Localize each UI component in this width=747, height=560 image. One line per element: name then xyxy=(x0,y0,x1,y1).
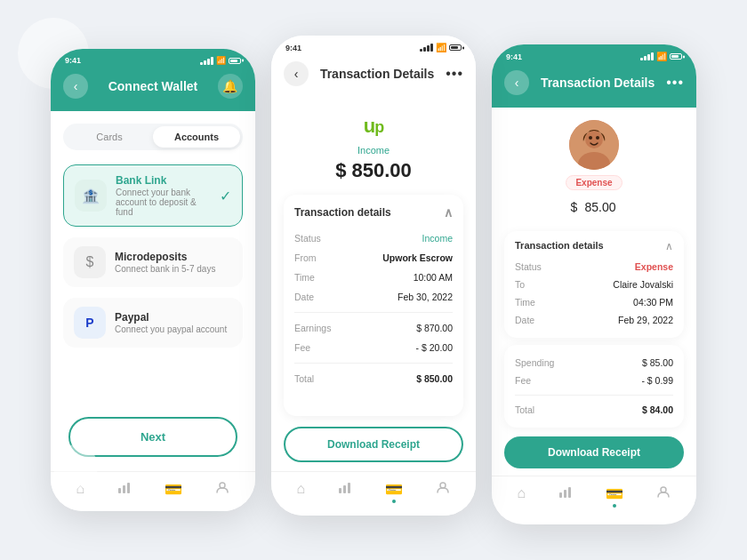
microdeposits-item[interactable]: $ Microdeposits Connect bank in 5-7 days xyxy=(63,237,243,287)
nav-home-3[interactable]: ⌂ xyxy=(518,485,526,508)
date-label: Date xyxy=(294,292,314,302)
battery-icon-2 xyxy=(449,44,462,51)
profile-icon-3 xyxy=(656,485,671,500)
status-row: Status Income xyxy=(294,228,453,248)
profile-icon-2 xyxy=(436,481,450,495)
nav-stats-3[interactable] xyxy=(558,485,573,508)
more-options-button-3[interactable]: ••• xyxy=(666,75,684,91)
wifi-icon-2: 📶 xyxy=(436,43,446,52)
status-bar-2: 9:41 📶 xyxy=(271,36,476,56)
paypal-text: Paypal Connect you paypal account xyxy=(115,311,232,334)
nav-stats-1[interactable] xyxy=(117,481,132,499)
nav-profile-3[interactable] xyxy=(656,485,671,508)
total-row: Total $ 850.00 xyxy=(294,369,453,388)
date-val-3: Feb 29, 2022 xyxy=(618,315,673,325)
wallet-icon-3: 💳 xyxy=(606,485,623,502)
total-lbl-3: Total xyxy=(515,404,534,415)
stats-icon-1 xyxy=(117,481,132,499)
expense-amount: $ 85.00 xyxy=(571,194,618,217)
back-button-2[interactable]: ‹ xyxy=(284,61,309,86)
phone-transaction-income: 9:41 📶 ‹ Transaction Details ••• up Inco… xyxy=(271,36,476,516)
back-button-1[interactable]: ‹ xyxy=(63,74,88,99)
to-val-3: Claire Jovalski xyxy=(613,279,673,290)
from-value: Upwork Escrow xyxy=(382,252,453,263)
nav-stats-2[interactable] xyxy=(338,481,352,503)
micro-text: Microdeposits Connect bank in 5-7 days xyxy=(115,251,232,274)
from-label: From xyxy=(294,252,317,263)
status-value: Income xyxy=(422,233,453,244)
header-title-2: Transaction Details xyxy=(320,67,434,81)
notification-button[interactable]: 🔔 xyxy=(218,74,243,99)
fee-row: Fee - $ 20.00 xyxy=(294,338,453,357)
bank-link-subtitle: Connect your bank account to deposit & f… xyxy=(116,188,211,217)
time-label: Time xyxy=(294,272,315,283)
time-1: 9:41 xyxy=(65,56,81,65)
spending-details-card: Spending $ 85.00 Fee - $ 0.99 Total $ 84… xyxy=(504,345,684,428)
income-label: Income xyxy=(357,145,390,156)
avatar-image xyxy=(569,120,619,170)
header-3: ‹ Transaction Details ••• xyxy=(492,65,696,108)
wallet-icon-2: 💳 xyxy=(385,481,403,498)
avatar xyxy=(569,120,619,170)
phone-connect-wallet: 9:41 📶 ‹ Connect Wallet 🔔 Cards Accounts… xyxy=(51,49,255,511)
upwork-logo: up xyxy=(364,115,383,138)
check-icon: ✓ xyxy=(220,188,231,204)
download-receipt-button-2[interactable]: Download Receipt xyxy=(284,427,463,462)
status-bar-1: 9:41 📶 xyxy=(51,49,255,68)
back-button-3[interactable]: ‹ xyxy=(504,70,529,95)
nav-wallet-2[interactable]: 💳 xyxy=(385,481,403,503)
svg-rect-0 xyxy=(118,488,121,493)
bank-icon: 🏦 xyxy=(75,180,107,212)
status-val-3: Expense xyxy=(635,261,673,272)
paypal-title: Paypal xyxy=(115,311,232,324)
paypal-item[interactable]: P Paypal Connect you paypal account xyxy=(63,298,243,348)
paypal-subtitle: Connect you paypal account xyxy=(115,324,232,334)
status-icons-2: 📶 xyxy=(420,43,462,52)
profile-icon-1 xyxy=(215,481,229,499)
svg-rect-16 xyxy=(568,487,571,498)
svg-point-7 xyxy=(440,483,446,488)
fee-lbl-3: Fee xyxy=(515,375,531,386)
svg-rect-14 xyxy=(559,492,562,498)
svg-rect-4 xyxy=(339,488,341,493)
battery-icon xyxy=(229,58,241,64)
tab-accounts[interactable]: Accounts xyxy=(153,126,240,148)
nav-profile-1[interactable] xyxy=(215,481,229,499)
phone-transaction-expense: 9:41 📶 ‹ Transaction Details ••• xyxy=(492,44,696,524)
time-3: 9:41 xyxy=(506,52,522,61)
total-value: $ 850.00 xyxy=(416,373,453,384)
nav-home-2[interactable]: ⌂ xyxy=(297,481,306,503)
svg-rect-1 xyxy=(123,485,125,493)
nav-home-1[interactable]: ⌂ xyxy=(76,481,85,499)
svg-rect-2 xyxy=(127,483,130,493)
header-1: ‹ Connect Wallet 🔔 xyxy=(51,68,255,111)
more-options-button-2[interactable]: ••• xyxy=(446,66,463,82)
to-row-3: To Claire Jovalski xyxy=(515,276,673,293)
bottom-nav-3: ⌂ 💳 xyxy=(492,476,696,520)
download-receipt-button-3[interactable]: Download Receipt xyxy=(504,436,684,468)
chevron-up-icon: ∧ xyxy=(444,205,453,220)
date-row: Date Feb 30, 2022 xyxy=(294,287,453,307)
fee-value: - $ 20.00 xyxy=(416,342,453,353)
bank-link-text: Bank Link Connect your bank account to d… xyxy=(116,174,211,217)
nav-profile-2[interactable] xyxy=(436,481,450,503)
home-icon-2: ⌂ xyxy=(297,481,306,497)
next-button[interactable]: Next xyxy=(68,417,237,457)
header-title-1: Connect Wallet xyxy=(108,79,198,93)
date-lbl-3: Date xyxy=(515,315,534,325)
fee-val-3: - $ 0.99 xyxy=(641,375,673,386)
nav-wallet-3[interactable]: 💳 xyxy=(606,485,623,508)
status-icons-1: 📶 xyxy=(200,56,241,65)
from-row: From Upwork Escrow xyxy=(294,248,453,268)
svg-point-17 xyxy=(661,487,666,492)
spending-val: $ 85.00 xyxy=(642,357,673,368)
wifi-icon-3: 📶 xyxy=(656,52,667,61)
fee-label: Fee xyxy=(294,342,310,353)
header-2: ‹ Transaction Details ••• xyxy=(271,56,476,99)
nav-wallet-1[interactable]: 💳 xyxy=(165,481,182,499)
svg-point-12 xyxy=(596,136,599,140)
bank-link-item[interactable]: 🏦 Bank Link Connect your bank account to… xyxy=(63,164,243,227)
earnings-value: $ 870.00 xyxy=(416,323,453,333)
tab-cards[interactable]: Cards xyxy=(66,126,153,148)
battery-icon-3 xyxy=(670,53,682,60)
